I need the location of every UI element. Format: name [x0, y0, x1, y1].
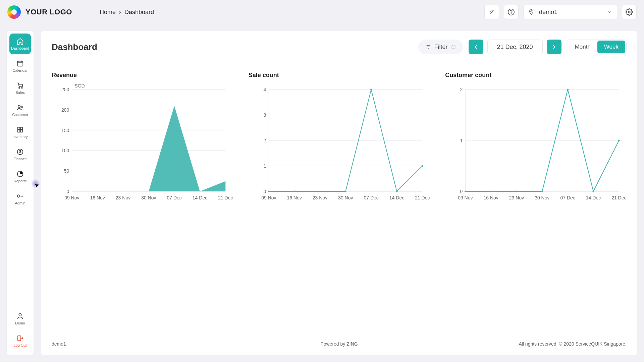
logo[interactable]: YOUR LOGO — [7, 5, 72, 19]
sidebar-item-finance[interactable]: Finance — [9, 144, 31, 165]
svg-point-58 — [345, 191, 346, 192]
period-week[interactable]: Week — [597, 41, 625, 53]
svg-text:2: 2 — [263, 138, 266, 143]
sidebar-item-label: Admin — [15, 201, 25, 205]
sidebar-item-label: Reports — [14, 179, 27, 183]
footer-mid: Powered by ZING — [320, 341, 358, 347]
svg-point-10 — [21, 87, 22, 88]
svg-rect-14 — [20, 127, 22, 129]
svg-text:23 Nov: 23 Nov — [509, 195, 524, 200]
svg-text:1: 1 — [460, 138, 463, 143]
logout-icon — [16, 335, 24, 342]
svg-text:14 Dec: 14 Dec — [193, 195, 207, 200]
svg-text:23 Nov: 23 Nov — [312, 195, 327, 200]
svg-point-85 — [618, 140, 620, 141]
sidebar-item-log-out[interactable]: Log Out — [9, 330, 31, 351]
location-icon — [528, 9, 534, 15]
filter-button[interactable]: Filter — [418, 40, 463, 54]
svg-text:09 Nov: 09 Nov — [64, 195, 79, 200]
svg-point-59 — [370, 89, 372, 90]
svg-text:250: 250 — [61, 87, 69, 92]
period-month[interactable]: Month — [568, 41, 597, 53]
svg-text:30 Nov: 30 Nov — [141, 195, 156, 200]
svg-point-24 — [451, 45, 455, 49]
chart-revenue: Revenue 05010015020025009 Nov16 Nov23 No… — [52, 72, 233, 204]
svg-text:30 Nov: 30 Nov — [535, 195, 550, 200]
help-button[interactable] — [504, 5, 519, 19]
breadcrumb-home[interactable]: Home — [100, 9, 116, 16]
chevron-left-icon — [473, 44, 479, 50]
svg-text:09 Nov: 09 Nov — [458, 195, 473, 200]
location-value: demo1 — [539, 9, 603, 16]
svg-text:07 Dec: 07 Dec — [167, 195, 181, 200]
svg-text:09 Nov: 09 Nov — [261, 195, 276, 200]
sidebar-item-sales[interactable]: Sales — [9, 78, 31, 99]
date-display[interactable]: 21 Dec, 2020 — [487, 40, 543, 54]
date-prev-button[interactable] — [469, 40, 483, 54]
svg-text:07 Dec: 07 Dec — [364, 195, 378, 200]
sidebar-item-demo[interactable]: Demo — [9, 308, 31, 329]
svg-point-60 — [396, 191, 397, 192]
svg-point-56 — [293, 191, 295, 192]
svg-text:2: 2 — [460, 87, 463, 92]
sidebar-item-label: Customer — [12, 113, 28, 117]
svg-text:1: 1 — [263, 163, 266, 169]
footer: demo1 Powered by ZING All rights reserve… — [52, 338, 627, 347]
svg-point-79 — [465, 191, 466, 192]
footer-left: demo1 — [52, 341, 66, 347]
filter-label: Filter — [434, 44, 448, 51]
chart-svg: 01209 Nov16 Nov23 Nov30 Nov07 Dec14 Dec2… — [445, 82, 627, 203]
svg-point-61 — [422, 165, 423, 167]
sidebar-item-inventory[interactable]: Inventory — [9, 122, 31, 143]
period-toggle: Month Week — [567, 40, 627, 54]
svg-marker-33 — [72, 106, 225, 191]
sidebar-item-dashboard[interactable]: Dashboard — [9, 34, 31, 54]
settings-button[interactable] — [622, 5, 637, 19]
location-select[interactable]: demo1 — [523, 5, 617, 19]
sidebar-item-label: Dashboard — [11, 46, 29, 50]
svg-text:21 Dec: 21 Dec — [415, 195, 430, 200]
svg-point-11 — [18, 105, 20, 107]
svg-point-9 — [19, 87, 20, 88]
sidebar-item-calendar[interactable]: Calendar — [9, 56, 31, 76]
svg-rect-20 — [18, 336, 21, 341]
pin-button[interactable] — [484, 5, 499, 19]
pie-icon — [16, 170, 24, 178]
svg-text:14 Dec: 14 Dec — [586, 195, 601, 200]
svg-point-80 — [490, 191, 492, 192]
help-icon — [507, 8, 515, 16]
footer-right: All rights reserved. © 2020 ServiceQUIK … — [519, 341, 627, 347]
svg-point-12 — [21, 106, 22, 108]
svg-text:16 Nov: 16 Nov — [90, 195, 105, 200]
date-next-button[interactable] — [547, 40, 561, 54]
breadcrumb-sep: › — [119, 9, 121, 16]
logo-icon — [7, 5, 21, 19]
svg-point-81 — [516, 191, 518, 192]
chevron-right-icon — [551, 44, 557, 50]
svg-text:14 Dec: 14 Dec — [389, 195, 404, 200]
pin-icon — [488, 9, 495, 15]
logo-text: YOUR LOGO — [25, 8, 72, 16]
dollar-icon — [16, 148, 24, 156]
filter-icon — [426, 44, 431, 50]
sidebar-item-label: Demo — [15, 321, 25, 325]
svg-point-84 — [593, 191, 594, 192]
sidebar-item-label: Calendar — [13, 68, 28, 72]
svg-text:0: 0 — [460, 189, 463, 194]
svg-point-55 — [268, 191, 270, 192]
sidebar-item-admin[interactable]: Admin — [9, 188, 31, 209]
sidebar: DashboardCalendarSalesCustomerInventoryF… — [7, 31, 34, 355]
svg-text:SGD: SGD — [74, 83, 85, 88]
svg-point-18 — [17, 195, 20, 197]
svg-text:21 Dec: 21 Dec — [218, 195, 233, 200]
page-title: Dashboard — [52, 42, 97, 52]
chart-title: Customer count — [445, 72, 627, 79]
sidebar-item-reports[interactable]: Reports — [9, 166, 31, 187]
sidebar-item-customer[interactable]: Customer — [9, 100, 31, 121]
sidebar-item-label: Sales — [15, 90, 25, 95]
sidebar-item-label: Finance — [13, 157, 26, 161]
chart-svg: 0123409 Nov16 Nov23 Nov30 Nov07 Dec14 De… — [249, 82, 430, 203]
main-panel: Dashboard Filter 21 Dec, 2020 Month Week… — [41, 31, 637, 355]
gear-icon — [626, 8, 633, 16]
breadcrumb: Home › Dashboard — [100, 9, 154, 16]
